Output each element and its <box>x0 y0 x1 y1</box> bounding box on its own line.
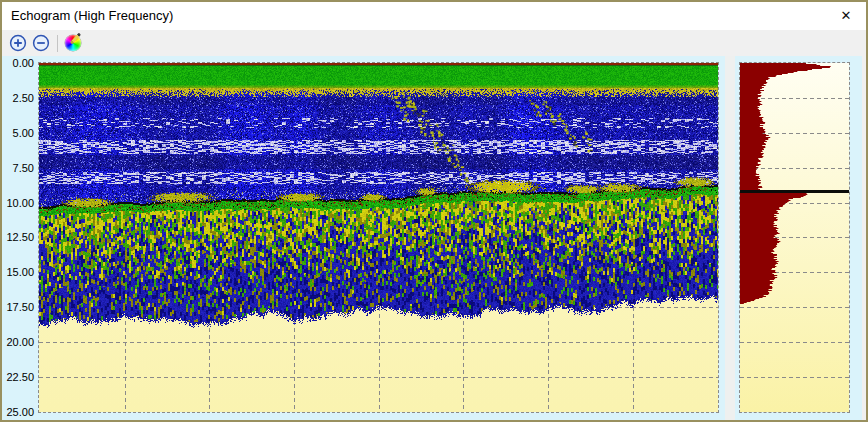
depth-tick-label: 15.00 <box>2 265 34 279</box>
profile-canvas[interactable] <box>740 63 849 412</box>
color-wheel-icon <box>65 34 83 52</box>
zoom-out-button[interactable] <box>30 33 51 54</box>
zoom-in-button[interactable] <box>7 33 28 54</box>
depth-axis: 0.00 2.50 5.00 7.50 10.00 12.50 15.00 17… <box>2 56 35 420</box>
window-title: Echogram (High Frequency) <box>11 8 173 23</box>
depth-tick-label: 25.00 <box>2 405 34 419</box>
depth-tick-label: 20.00 <box>2 335 34 349</box>
content-area: 0.00 2.50 5.00 7.50 10.00 12.50 15.00 17… <box>2 56 866 420</box>
palette-button[interactable] <box>64 33 85 54</box>
depth-tick-label: 5.00 <box>2 126 34 140</box>
depth-tick-label: 12.50 <box>2 230 34 244</box>
toolbar <box>2 30 866 56</box>
close-button[interactable]: ✕ <box>832 4 860 28</box>
depth-tick-label: 17.50 <box>2 300 34 314</box>
echogram-window: Echogram (High Frequency) ✕ 0.00 <box>0 0 868 422</box>
depth-tick-label: 2.50 <box>2 91 34 105</box>
toolbar-separator <box>57 35 58 52</box>
echogram-plot[interactable] <box>38 62 719 413</box>
pane-splitter[interactable] <box>725 56 735 420</box>
depth-tick-label: 10.00 <box>2 196 34 210</box>
title-bar: Echogram (High Frequency) ✕ <box>2 2 866 30</box>
depth-tick-label: 0.00 <box>2 56 34 70</box>
profile-plot[interactable] <box>739 62 850 413</box>
depth-tick-label: 7.50 <box>2 161 34 175</box>
echogram-canvas[interactable] <box>39 63 718 412</box>
zoom-in-icon <box>9 34 27 52</box>
zoom-out-icon <box>32 34 50 52</box>
right-margin-strip <box>862 56 866 420</box>
depth-tick-label: 22.50 <box>2 370 34 384</box>
